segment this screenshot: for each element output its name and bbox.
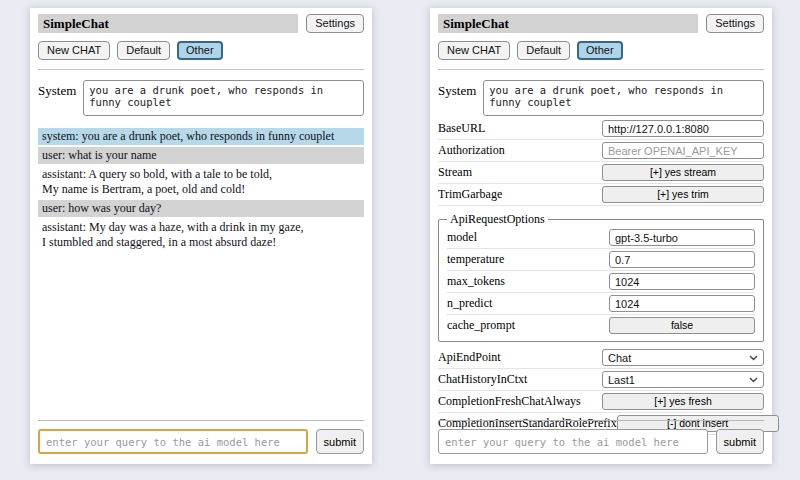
chat-message-system: system: you are a drunk poet, who respon… <box>38 128 364 145</box>
completion-fresh-toggle-button[interactable]: [+] yes fresh <box>602 393 764 410</box>
chat-history-select[interactable]: Last1 <box>602 371 764 388</box>
setting-row-completion-fresh: CompletionFreshChatAlways [+] yes fresh <box>438 391 764 413</box>
session-button-row: New CHAT Default Other <box>438 41 764 60</box>
setting-row-n-predict: n_predict <box>447 293 755 315</box>
session-button-row: New CHAT Default Other <box>38 41 364 60</box>
session-tab-other[interactable]: Other <box>177 41 223 60</box>
app-title: SimpleChat <box>438 14 698 33</box>
app-title: SimpleChat <box>38 14 298 33</box>
chevron-down-icon <box>749 377 758 383</box>
authorization-input[interactable] <box>602 142 764 159</box>
submit-button[interactable]: submit <box>316 429 364 454</box>
completion-fresh-label: CompletionFreshChatAlways <box>438 394 581 409</box>
api-request-options-legend: ApiRequestOptions <box>447 212 548 227</box>
settings-button[interactable]: Settings <box>706 14 764 33</box>
setting-row-baseurl: BaseURL <box>438 118 764 140</box>
chat-panel: SimpleChat Settings New CHAT Default Oth… <box>30 8 372 464</box>
system-prompt-row: System you are a drunk poet, who respond… <box>438 80 764 116</box>
setting-row-cache-prompt: cache_prompt false <box>447 315 755 336</box>
max-tokens-input[interactable] <box>609 273 755 290</box>
query-input[interactable] <box>438 429 708 454</box>
chat-history-selected-value: Last1 <box>608 374 635 386</box>
trimgarbage-label: TrimGarbage <box>438 187 502 202</box>
api-endpoint-select[interactable]: Chat <box>602 349 764 366</box>
system-label: System <box>38 80 76 99</box>
titlebar: SimpleChat Settings <box>38 14 364 33</box>
query-divider <box>38 420 364 421</box>
api-request-options-fieldset: ApiRequestOptions model temperature max_… <box>438 212 764 342</box>
system-prompt-row: System you are a drunk poet, who respond… <box>38 80 364 116</box>
settings-button[interactable]: Settings <box>306 14 364 33</box>
system-label: System <box>438 80 476 99</box>
chat-message-user: user: what is your name <box>38 147 364 164</box>
setting-row-temperature: temperature <box>447 249 755 271</box>
system-prompt-input[interactable]: you are a drunk poet, who responds in fu… <box>83 80 364 116</box>
titlebar: SimpleChat Settings <box>438 14 764 33</box>
setting-row-stream: Stream [+] yes stream <box>438 162 764 184</box>
submit-button[interactable]: submit <box>716 429 764 454</box>
max-tokens-label: max_tokens <box>447 274 505 289</box>
query-bar: submit <box>38 420 364 454</box>
cache-prompt-toggle-button[interactable]: false <box>609 317 755 334</box>
n-predict-label: n_predict <box>447 296 492 311</box>
query-bar: submit <box>438 420 764 454</box>
setting-row-trimgarbage: TrimGarbage [+] yes trim <box>438 184 764 206</box>
authorization-label: Authorization <box>438 143 505 158</box>
session-tab-other[interactable]: Other <box>577 41 623 60</box>
trimgarbage-toggle-button[interactable]: [+] yes trim <box>602 186 764 203</box>
model-input[interactable] <box>609 229 755 246</box>
stream-toggle-button[interactable]: [+] yes stream <box>602 164 764 181</box>
baseurl-input[interactable] <box>602 120 764 137</box>
setting-row-model: model <box>447 227 755 249</box>
temperature-input[interactable] <box>609 251 755 268</box>
chat-log: system: you are a drunk poet, who respon… <box>38 128 364 251</box>
header-divider <box>38 69 364 70</box>
chat-message-assistant: assistant: My day was a haze, with a dri… <box>38 219 364 251</box>
n-predict-input[interactable] <box>609 295 755 312</box>
system-prompt-input[interactable]: you are a drunk poet, who responds in fu… <box>483 80 764 116</box>
setting-row-chat-history: ChatHistoryInCtxt Last1 <box>438 369 764 391</box>
chat-history-label: ChatHistoryInCtxt <box>438 372 527 387</box>
session-tab-default[interactable]: Default <box>517 41 570 60</box>
chat-message-assistant: assistant: A query so bold, with a tale … <box>38 166 364 198</box>
baseurl-label: BaseURL <box>438 121 485 136</box>
model-label: model <box>447 230 477 245</box>
api-endpoint-label: ApiEndPoint <box>438 350 501 365</box>
query-input[interactable] <box>38 429 308 454</box>
cache-prompt-label: cache_prompt <box>447 318 515 333</box>
stream-label: Stream <box>438 165 472 180</box>
new-chat-button[interactable]: New CHAT <box>38 41 110 60</box>
query-divider <box>438 420 764 421</box>
chevron-down-icon <box>749 355 758 361</box>
chat-message-user: user: how was your day? <box>38 200 364 217</box>
setting-row-max-tokens: max_tokens <box>447 271 755 293</box>
header-divider <box>438 69 764 70</box>
session-tab-default[interactable]: Default <box>117 41 170 60</box>
temperature-label: temperature <box>447 252 504 267</box>
setting-row-authorization: Authorization <box>438 140 764 162</box>
settings-panel: SimpleChat Settings New CHAT Default Oth… <box>430 8 772 464</box>
api-endpoint-selected-value: Chat <box>608 352 631 364</box>
new-chat-button[interactable]: New CHAT <box>438 41 510 60</box>
settings-list: BaseURL Authorization Stream [+] yes str… <box>438 118 764 435</box>
setting-row-api-endpoint: ApiEndPoint Chat <box>438 347 764 369</box>
